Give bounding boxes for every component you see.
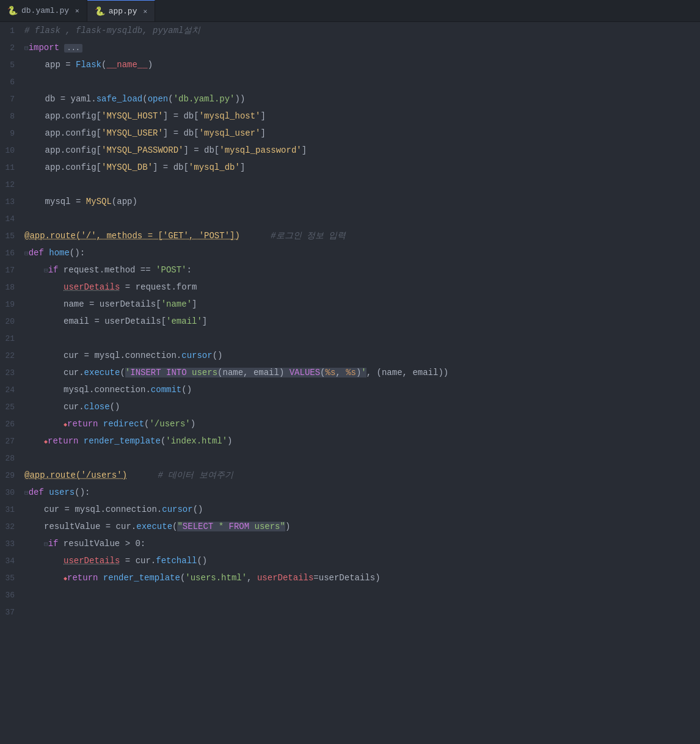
line-10: 10 app.config['MYSQL_PASSWORD'] = db['my…: [0, 142, 700, 159]
line-17: 17 ⊟if request.method == 'POST':: [0, 261, 700, 279]
line-9: 9 app.config['MYSQL_USER'] = db['mysql_u…: [0, 125, 700, 142]
line-12: 12: [0, 176, 700, 193]
code-lines: 1 # flask , flask-mysqldb, pyyaml설치 2 ⊟i…: [0, 22, 700, 744]
line-2: 2 ⊟import ...: [0, 39, 700, 56]
line-11: 11 app.config['MYSQL_DB'] = db['mysql_db…: [0, 159, 700, 176]
app-py-icon: 🐍: [95, 6, 105, 16]
line-5: 5 app = Flask(__name__): [0, 56, 700, 73]
line-29: 29 @app.route('/users') # 데이터 보여주기: [0, 467, 700, 484]
line-35: 35 ◆return render_template('users.html',…: [0, 569, 700, 586]
line-33: 33 ⊟if resultValue > 0:: [0, 535, 700, 552]
line-1: 1 # flask , flask-mysqldb, pyyaml설치: [0, 22, 700, 39]
line-8: 8 app.config['MYSQL_HOST'] = db['mysql_h…: [0, 108, 700, 125]
tab-db-yaml[interactable]: 🐍 db.yaml.py ✕: [0, 0, 87, 21]
line-16: 16 ⊟def home():: [0, 244, 700, 261]
line-32: 32 resultValue = cur.execute("SELECT * F…: [0, 518, 700, 535]
line-21: 21: [0, 330, 700, 347]
line-19: 19 name = userDetails['name']: [0, 296, 700, 313]
line-18: 18 userDetails = request.form: [0, 279, 700, 296]
tab-bar: 🐍 db.yaml.py ✕ 🐍 app.py ✕: [0, 0, 700, 22]
line-30: 30 ⊟def users():: [0, 484, 700, 501]
tab-db-yaml-label: db.yaml.py: [21, 6, 69, 15]
line-6: 6: [0, 73, 700, 90]
line-28: 28: [0, 450, 700, 467]
line-7: 7 db = yaml.safe_load(open('db.yaml.py')…: [0, 90, 700, 108]
line-36: 36: [0, 586, 700, 604]
line-13: 13 mysql = MySQL(app): [0, 193, 700, 210]
line-20: 20 email = userDetails['email']: [0, 313, 700, 330]
code-editor: 1 # flask , flask-mysqldb, pyyaml설치 2 ⊟i…: [0, 22, 700, 744]
line-15: 15 @app.route('/', methods = ['GET', 'PO…: [0, 227, 700, 244]
line-14: 14: [0, 210, 700, 227]
tab-app-py[interactable]: 🐍 app.py ✕: [87, 0, 155, 21]
line-23: 23 cur.execute('INSERT INTO users(name, …: [0, 364, 700, 381]
line-31: 31 cur = mysql.connection.cursor(): [0, 501, 700, 518]
line-25: 25 cur.close(): [0, 398, 700, 415]
tab-db-yaml-close[interactable]: ✕: [75, 7, 79, 15]
line-27: 27 ◆return render_template('index.html'): [0, 432, 700, 450]
editor-window: 🐍 db.yaml.py ✕ 🐍 app.py ✕ 1 # flask , fl…: [0, 0, 700, 744]
line-26: 26 ◆return redirect('/users'): [0, 415, 700, 432]
tab-app-py-close[interactable]: ✕: [143, 7, 147, 15]
line-37: 37: [0, 604, 700, 621]
line-34: 34 userDetails = cur.fetchall(): [0, 552, 700, 569]
tab-app-py-label: app.py: [109, 7, 137, 16]
line-22: 22 cur = mysql.connection.cursor(): [0, 347, 700, 364]
db-yaml-icon: 🐍: [7, 5, 18, 16]
line-24: 24 mysql.connection.commit(): [0, 381, 700, 398]
